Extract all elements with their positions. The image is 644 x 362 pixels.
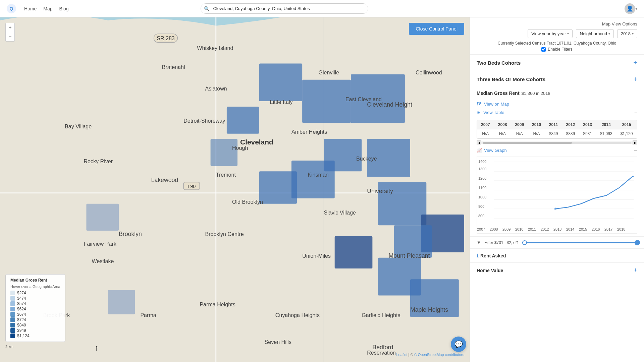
svg-text:I 90: I 90 <box>187 184 196 189</box>
graph-icon: 📈 <box>477 148 482 153</box>
zoom-out-button[interactable]: − <box>5 32 15 42</box>
filter-slider-left-thumb[interactable] <box>522 240 527 245</box>
neighborhood-dropdown[interactable]: Neighborhood ▾ <box>576 29 614 38</box>
x-2007: 2007 <box>477 227 485 231</box>
two-beds-cohort-section: Two Beds Cohorts + <box>470 55 644 71</box>
th-2007: 2007 <box>477 120 494 129</box>
user-avatar[interactable]: 👤 <box>625 3 635 14</box>
svg-text:Asiatown: Asiatown <box>205 85 227 92</box>
year-dropdown[interactable]: 2018 ▾ <box>617 29 637 38</box>
legend-item: $849 <box>10 323 60 327</box>
graph-collapse-button[interactable]: − <box>634 147 637 154</box>
scroll-left-arrow[interactable]: ◀ <box>477 140 481 145</box>
chart-container: 1400 1300 1200 1100 1000 900 800 <box>477 157 637 234</box>
view-year-label: View year by year <box>531 31 566 36</box>
filter-slider-fill <box>522 242 637 243</box>
x-2011: 2011 <box>528 227 536 231</box>
legend-color-6 <box>10 317 15 322</box>
filter-slider[interactable] <box>522 242 637 243</box>
panel-header: Map View Options View year by year ▾ Nei… <box>470 17 644 55</box>
svg-text:Union-Miles: Union-Miles <box>302 253 331 259</box>
table-collapse-icon[interactable]: − <box>634 109 637 115</box>
view-year-by-year-dropdown[interactable]: View year by year ▾ <box>528 29 573 38</box>
svg-text:Brooklyn: Brooklyn <box>119 231 142 237</box>
main-content: Cleveland Lakewood Cleveland Height Univ… <box>0 17 644 362</box>
svg-text:Mount Pleasant: Mount Pleasant <box>389 252 430 259</box>
td-2011: $849 <box>545 129 562 138</box>
scroll-right-arrow[interactable]: ▶ <box>633 140 637 145</box>
legend-value-4: $624 <box>17 307 26 311</box>
neighborhood-label: Neighborhood <box>580 31 607 36</box>
view-table-action[interactable]: ⊞ View Table − <box>477 109 637 116</box>
td-2014: $1,093 <box>596 129 616 138</box>
svg-text:Garfield Heights: Garfield Heights <box>362 312 400 318</box>
right-panel: Map View Options View year by year ▾ Nei… <box>470 17 644 362</box>
metric-value: $1,360 in 2018 <box>522 91 550 96</box>
svg-text:Hough: Hough <box>232 145 248 151</box>
legend-value-1: $274 <box>17 291 26 295</box>
home-value-label: Home Value <box>477 268 503 273</box>
x-2008: 2008 <box>490 227 498 231</box>
nav-links: Home Map Blog <box>24 6 69 11</box>
home-value-add-icon[interactable]: + <box>634 267 637 274</box>
view-on-map-action[interactable]: 🗺 View on Map <box>477 101 637 107</box>
scale-label: 2 km <box>5 345 13 349</box>
data-table: 2007 2008 2009 2010 2011 2012 2013 2014 … <box>477 120 637 138</box>
rent-asked-section[interactable]: ℹ Rent Asked <box>470 249 644 262</box>
th-2014: 2014 <box>596 120 616 129</box>
filter-slider-right-thumb[interactable] <box>635 240 640 245</box>
two-beds-cohort-header[interactable]: Two Beds Cohorts + <box>470 55 644 71</box>
th-2012: 2012 <box>562 120 579 129</box>
filter-section: ▼ Filter $701 : $2,721 <box>470 236 644 248</box>
enable-filters-checkbox[interactable] <box>541 47 546 52</box>
leaflet-link[interactable]: Leaflet <box>396 353 407 357</box>
legend-title: Median Gross Rent <box>10 278 60 283</box>
map-action-icon: 🗺 <box>477 101 481 107</box>
svg-text:Old Brooklyn: Old Brooklyn <box>232 199 263 205</box>
td-2007: N/A <box>477 129 494 138</box>
close-panel-button[interactable]: Close Control Panel <box>409 23 464 35</box>
svg-text:Little Italy: Little Italy <box>270 99 293 105</box>
metric-section: Median Gross Rent $1,360 in 2018 🗺 View … <box>470 87 644 248</box>
scrollbar-thumb[interactable] <box>483 142 572 144</box>
chat-button[interactable]: 💬 <box>451 337 466 352</box>
legend-value-2: $474 <box>17 296 26 301</box>
svg-point-71 <box>554 208 557 210</box>
legend-value-9: $1,124 <box>17 334 30 338</box>
search-input[interactable] <box>201 3 368 14</box>
th-2013: 2013 <box>579 120 596 129</box>
y-label-1400: 1400 <box>478 160 486 164</box>
three-beds-add-button[interactable]: + <box>633 76 637 82</box>
svg-text:Fairview Park: Fairview Park <box>84 241 116 247</box>
svg-rect-5 <box>259 63 302 101</box>
legend-item: $1,124 <box>10 334 60 338</box>
map-scale: 2 km <box>5 345 13 349</box>
th-2011: 2011 <box>545 120 562 129</box>
filter-icon: ▼ <box>477 240 481 245</box>
view-graph-label: View Graph <box>484 148 507 153</box>
enable-filters-label: Enable Filters <box>548 47 572 52</box>
svg-text:Cleveland Height: Cleveland Height <box>367 101 412 108</box>
nav-blog[interactable]: Blog <box>59 6 69 11</box>
x-2016: 2016 <box>592 227 600 231</box>
view-graph-action[interactable]: 📈 View Graph <box>477 148 507 153</box>
svg-text:Seven Hills: Seven Hills <box>265 339 291 345</box>
zoom-in-button[interactable]: + <box>5 23 15 32</box>
view-on-map-label: View on Map <box>484 102 509 107</box>
svg-text:Parma: Parma <box>140 312 156 318</box>
home-value-section[interactable]: Home Value + <box>470 262 644 278</box>
osm-link[interactable]: © OpenStreetMap contributors <box>414 353 464 357</box>
nav-map[interactable]: Map <box>43 6 52 11</box>
map-attribution: Leaflet | © © OpenStreetMap contributors <box>396 353 464 357</box>
legend-color-2 <box>10 296 15 301</box>
svg-text:Bay Village: Bay Village <box>65 123 92 129</box>
three-beds-cohort-header[interactable]: Three Beds Or More Cohorts + <box>470 71 644 87</box>
logo-icon: Q <box>7 4 16 13</box>
user-dropdown-arrow[interactable]: ▾ <box>635 6 637 11</box>
logo[interactable]: Q <box>7 4 16 13</box>
svg-rect-6 <box>302 80 351 123</box>
x-2017: 2017 <box>604 227 612 231</box>
two-beds-add-button[interactable]: + <box>633 59 637 66</box>
nav-home[interactable]: Home <box>24 6 37 11</box>
legend-color-7 <box>10 323 15 327</box>
